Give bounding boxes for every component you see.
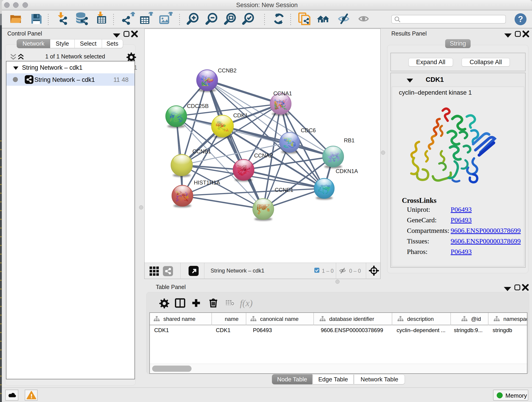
svg-text:CCNE1: CCNE1 [275,187,293,193]
svg-text:CCNB1: CCNB1 [192,148,211,154]
svg-text:RB1: RB1 [344,137,355,143]
svg-text:CDC6: CDC6 [301,127,316,133]
svg-text:CCNA2: CCNA2 [254,153,273,159]
svg-text:HIST1H1A: HIST1H1A [194,179,220,186]
svg-text:CDK1: CDK1 [233,112,248,119]
svg-text:?: ? [518,14,523,24]
svg-text:CCNA1: CCNA1 [273,90,292,96]
svg-text:CDC25B: CDC25B [187,103,209,109]
svg-text:CDKN1A: CDKN1A [336,168,358,174]
svg-text:CCNB2: CCNB2 [218,67,236,74]
